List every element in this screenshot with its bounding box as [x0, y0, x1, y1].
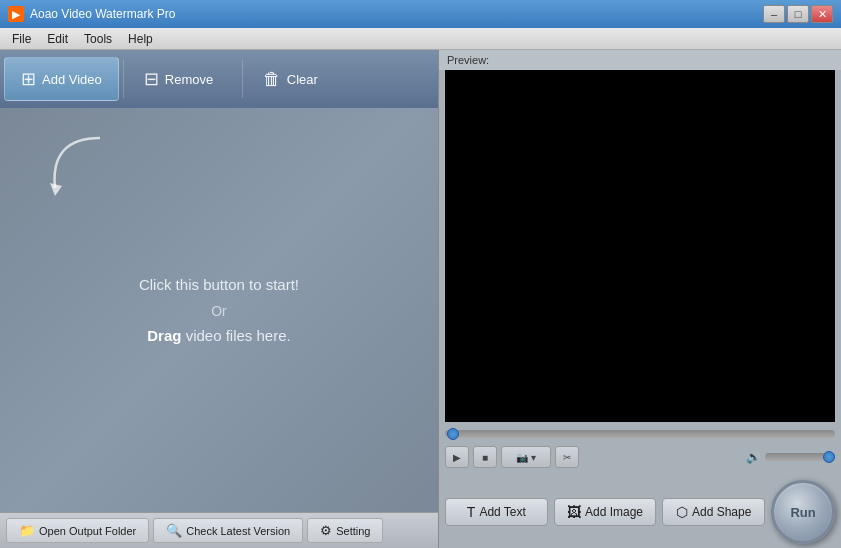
clear-label: Clear	[287, 72, 318, 87]
toolbar-divider-1	[123, 60, 124, 98]
add-shape-label: Add Shape	[692, 505, 751, 519]
add-video-label: Add Video	[42, 72, 102, 87]
bottom-bar: 📁 Open Output Folder 🔍 Check Latest Vers…	[0, 512, 438, 548]
add-image-label: Add Image	[585, 505, 643, 519]
drop-text-or: Or	[211, 303, 227, 319]
add-image-button[interactable]: 🖼 Add Image	[554, 498, 657, 526]
text-icon: T	[467, 504, 476, 520]
add-text-label: Add Text	[479, 505, 525, 519]
gear-icon: ⚙	[320, 523, 332, 538]
close-button[interactable]: ✕	[811, 5, 833, 23]
drag-bold: Drag	[147, 327, 181, 344]
check-version-label: Check Latest Version	[186, 525, 290, 537]
menu-help[interactable]: Help	[120, 30, 161, 48]
video-controls: ▶ ■ 📷 ▾ ✂ 🔊	[439, 426, 841, 474]
add-shape-button[interactable]: ⬡ Add Shape	[662, 498, 765, 526]
camera-button[interactable]: 📷 ▾	[501, 446, 551, 468]
preview-label: Preview:	[439, 50, 841, 70]
app-icon: ▶	[8, 6, 24, 22]
controls-row: ▶ ■ 📷 ▾ ✂ 🔊	[445, 444, 835, 470]
add-video-icon: ⊞	[21, 68, 36, 90]
menu-tools[interactable]: Tools	[76, 30, 120, 48]
run-label: Run	[790, 505, 815, 520]
folder-icon: 📁	[19, 523, 35, 538]
cut-button[interactable]: ✂	[555, 446, 579, 468]
clear-icon: 🗑	[263, 69, 281, 90]
shape-icon: ⬡	[676, 504, 688, 520]
drop-text-line1: Click this button to start!	[139, 276, 299, 293]
drop-text-drag: Drag video files here.	[147, 327, 290, 344]
main-layout: ⊞ Add Video ⊟ Remove 🗑 Clear	[0, 50, 841, 548]
progress-thumb[interactable]	[447, 428, 459, 440]
minimize-button[interactable]: –	[763, 5, 785, 23]
arrow-curve-icon	[40, 128, 120, 211]
right-panel: Preview: ▶ ■ 📷 ▾ ✂ 🔊	[438, 50, 841, 548]
window-title: Aoao Video Watermark Pro	[30, 7, 763, 21]
remove-label: Remove	[165, 72, 213, 87]
stop-button[interactable]: ■	[473, 446, 497, 468]
image-icon: 🖼	[567, 504, 581, 520]
right-inner: Preview: ▶ ■ 📷 ▾ ✂ 🔊	[439, 50, 841, 548]
setting-button[interactable]: ⚙ Setting	[307, 518, 383, 543]
menu-file[interactable]: File	[4, 30, 39, 48]
check-version-button[interactable]: 🔍 Check Latest Version	[153, 518, 303, 543]
drop-area[interactable]: Click this button to start! Or Drag vide…	[0, 108, 438, 512]
drag-rest: video files here.	[181, 327, 290, 344]
title-bar: ▶ Aoao Video Watermark Pro – □ ✕	[0, 0, 841, 28]
watermark-row: T Add Text 🖼 Add Image ⬡ Add Shape Run	[439, 474, 841, 548]
preview-video	[445, 70, 835, 422]
run-button[interactable]: Run	[771, 480, 835, 544]
window-controls: – □ ✕	[763, 5, 833, 23]
volume-icon: 🔊	[746, 450, 761, 464]
open-output-folder-label: Open Output Folder	[39, 525, 136, 537]
setting-label: Setting	[336, 525, 370, 537]
open-output-folder-button[interactable]: 📁 Open Output Folder	[6, 518, 149, 543]
toolbar: ⊞ Add Video ⊟ Remove 🗑 Clear	[0, 50, 438, 108]
maximize-button[interactable]: □	[787, 5, 809, 23]
progress-bar[interactable]	[445, 430, 835, 438]
volume-thumb[interactable]	[823, 451, 835, 463]
left-panel: ⊞ Add Video ⊟ Remove 🗑 Clear	[0, 50, 438, 548]
clear-button[interactable]: 🗑 Clear	[247, 57, 357, 101]
remove-icon: ⊟	[144, 68, 159, 90]
search-icon: 🔍	[166, 523, 182, 538]
menu-bar: File Edit Tools Help	[0, 28, 841, 50]
add-text-button[interactable]: T Add Text	[445, 498, 548, 526]
play-button[interactable]: ▶	[445, 446, 469, 468]
add-video-button[interactable]: ⊞ Add Video	[4, 57, 119, 101]
remove-button[interactable]: ⊟ Remove	[128, 57, 238, 101]
svg-marker-0	[50, 183, 62, 196]
toolbar-divider-2	[242, 60, 243, 98]
volume-slider[interactable]	[765, 453, 835, 461]
menu-edit[interactable]: Edit	[39, 30, 76, 48]
